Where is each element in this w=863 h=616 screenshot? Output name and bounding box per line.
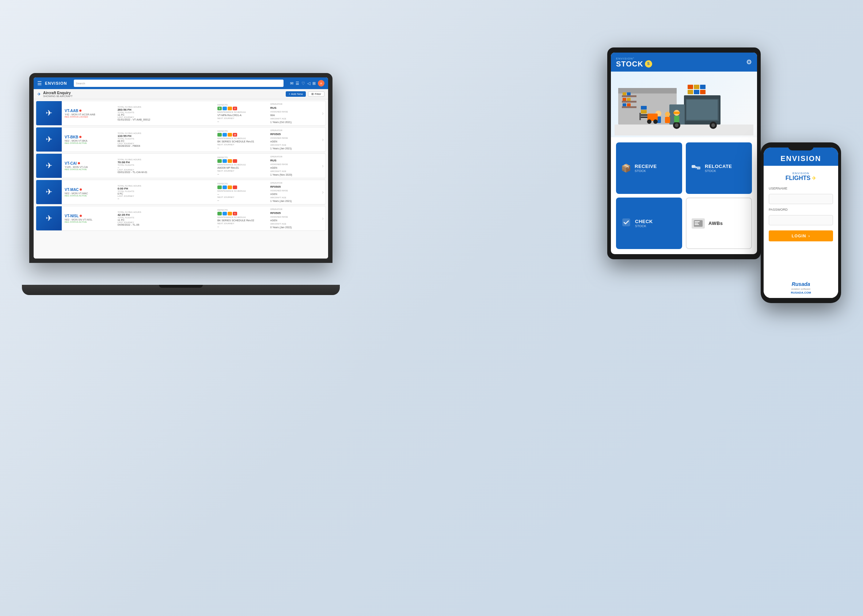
table-row[interactable]: ✈ VT-AAB Y42 - MON VT-ACSR-AAB REG STATU… — [36, 101, 326, 126]
age-value: 1 Years (Nov 2020) — [270, 173, 318, 176]
aircraft-info: VT-NISL N02 - MON SN-VT-NISL REG STATUS … — [62, 206, 115, 230]
maint-value: -- — [217, 193, 246, 195]
aircraft-info: VT-BKB N02 - MON VT-BKA REG STATUS ACTIV… — [62, 127, 115, 152]
tablet-topbar: ENVISION° STOCK S ⚙ — [611, 53, 757, 72]
status-dot — [80, 189, 82, 191]
operator-label: OPERATOR — [270, 103, 318, 105]
defects-label: DEFECTS — [217, 130, 254, 132]
relocate-label: RELOCATE STOCK — [705, 163, 732, 173]
row-arrow[interactable]: › — [320, 127, 326, 152]
status-dot — [79, 136, 82, 138]
filter-button[interactable]: ⊞ Filter — [308, 91, 324, 97]
svg-rect-39 — [641, 110, 647, 113]
topbar-icons: ✉ ☰ ♡ ◁ ⊞ A — [290, 80, 324, 86]
list-icon[interactable]: ☰ — [296, 81, 299, 86]
next-journey-label: NEXT JOURNEY — [217, 196, 246, 198]
menu-icon[interactable]: ☰ — [37, 80, 42, 86]
check-stock-button[interactable]: CHECK STOCK — [616, 198, 682, 249]
phone-body: ENVISION ENVISION FLIGHTS ✈ USERNAME PAS… — [761, 142, 841, 303]
defect-red — [233, 185, 237, 189]
flying-hours-value: 283:56 FH — [118, 108, 151, 112]
chat-icon[interactable]: ◁ — [307, 81, 310, 86]
login-button[interactable]: LOGIN › — [769, 230, 833, 241]
row-arrow[interactable]: › — [320, 101, 326, 125]
aircraft-thumbnail: ✈ — [36, 180, 62, 204]
heart-icon[interactable]: ♡ — [301, 81, 305, 86]
operator-section: OPERATOR RUS ASSIGNED BASE IMA AIRCRAFT … — [268, 101, 320, 125]
operator-value: RUS — [270, 159, 318, 162]
status-badge: REG STATUS ACTIVE — [65, 142, 112, 144]
relocate-stock-button[interactable]: RELOCATE STOCK — [686, 142, 752, 194]
settings-icon[interactable]: ⚙ — [746, 58, 752, 66]
age-label: AIRCRAFT AGE — [270, 223, 318, 225]
table-row[interactable]: ✈ VT-BKB N02 - MON VT-BKA REG STATUS ACT… — [36, 127, 326, 152]
aircraft-registration: VT-CAI — [65, 161, 112, 165]
warehouse-svg — [614, 73, 753, 135]
base-value: nGEN — [270, 140, 318, 143]
row-arrow[interactable]: › — [320, 154, 326, 178]
phone-device: ENVISION ENVISION FLIGHTS ✈ USERNAME PAS… — [761, 142, 841, 303]
reg-text: VT-NISL — [65, 214, 79, 218]
aircraft-registration: VT-BKB — [65, 135, 112, 139]
flying-hours-value: 42:35 FH — [118, 213, 142, 217]
table-row[interactable]: ✈ VT-CAI Y105 - MON VT-CAI REG STATUS AC… — [36, 153, 326, 178]
maint-label: MAINTENANCE SCHEDULE — [217, 190, 246, 192]
defect-blue — [222, 159, 227, 163]
svg-rect-19 — [687, 100, 718, 120]
phone-content: ENVISION FLIGHTS ✈ USERNAME PASSWORD LOG… — [764, 166, 838, 278]
row-arrow[interactable]: › — [320, 180, 326, 204]
grid-icon[interactable]: ⊞ — [312, 81, 316, 86]
defect-red: 18 — [233, 133, 237, 137]
defects-row — [217, 159, 246, 163]
flights-value: 0 FC — [118, 192, 142, 195]
journey-value: -- — [118, 197, 142, 200]
plane-icon: ✈ — [46, 161, 52, 171]
aircraft-route: Y42 - MON VT-ACSR-AAB — [65, 113, 112, 116]
aircraft-info: VT-MAC N02 - MON VT-MAC REG STATUS ACTIV… — [62, 180, 115, 204]
svg-rect-47 — [694, 224, 699, 225]
aircraft-stats: TOTAL FLYING HOURS 42:35 FH TOTAL FLIGHT… — [115, 206, 214, 230]
table-row[interactable]: ✈ VT-NISL N02 - MON SN-VT-NISL REG STATU… — [36, 206, 326, 231]
username-input[interactable] — [769, 194, 833, 204]
aircraft-route: Y105 - MON VT-CAI — [65, 166, 112, 168]
plane-icon: ✈ — [46, 214, 52, 223]
relocate-sub: STOCK — [705, 169, 732, 173]
svg-rect-20 — [688, 90, 693, 94]
plane-icon: ✈ — [46, 135, 52, 144]
add-new-button[interactable]: + Add New — [286, 91, 306, 97]
defect-red: 2 — [233, 107, 237, 110]
age-value: 0 Years (Jan 2022) — [270, 226, 318, 229]
status-badge: REG STATUS ACTIVE — [65, 168, 112, 171]
defects-label: DEFECTS — [217, 209, 254, 211]
plane-icon: ✈ — [46, 187, 52, 197]
journey-value: 03/28/2022 - FB004 — [118, 145, 142, 147]
svg-rect-31 — [674, 116, 679, 122]
laptop-base — [22, 285, 340, 295]
awbs-button[interactable]: AWBs — [686, 198, 752, 249]
aircraft-info: VT-AAB Y42 - MON VT-ACSR-AAB REG STATUS … — [62, 101, 115, 125]
defect-blue — [222, 185, 227, 189]
svg-rect-21 — [694, 90, 699, 94]
laptop-search[interactable]: Search — [74, 80, 283, 87]
user-avatar[interactable]: A — [318, 80, 324, 86]
aircraft-list: ✈ VT-AAB Y42 - MON VT-ACSR-AAB REG STATU… — [34, 99, 328, 259]
reg-text: VT-BKB — [65, 135, 78, 139]
operator-section: OPERATOR RF0505 ASSIGNED BASE nGEN AIRCR… — [268, 180, 320, 204]
rusada-link[interactable]: RUSADA.COM — [791, 291, 811, 294]
password-input[interactable] — [769, 215, 833, 225]
receive-stock-button[interactable]: 📦 RECEIVE STOCK — [616, 142, 682, 194]
row-arrow[interactable]: › — [320, 206, 326, 230]
aircraft-route: N02 - MON VT-BKA — [65, 140, 112, 142]
defects-label: DEFECTS — [217, 104, 246, 106]
flying-hours-value: 133:55 FH — [118, 134, 142, 138]
svg-rect-11 — [627, 103, 631, 106]
tablet-screen: ENVISION° STOCK S ⚙ — [611, 53, 757, 254]
flights-value: 11 FC — [118, 113, 151, 116]
age-value: 1 Years (Oct 2021) — [270, 121, 318, 123]
defects-row: 3 2 — [217, 107, 246, 110]
mail-icon[interactable]: ✉ — [290, 81, 293, 86]
defect-orange — [228, 212, 232, 215]
table-row[interactable]: ✈ VT-MAC N02 - MON VT-MAC REG STATUS ACT… — [36, 180, 326, 204]
svg-rect-29 — [665, 117, 670, 123]
flights-icon: ✈ — [812, 175, 816, 181]
